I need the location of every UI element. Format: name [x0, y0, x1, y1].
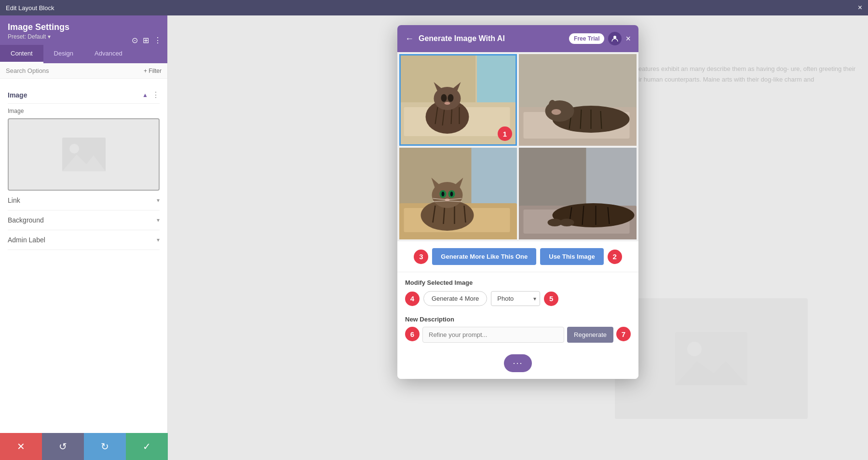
grid-image-3-container[interactable] — [399, 148, 517, 239]
modify-section: Modify Selected Image 4 Generate 4 More … — [397, 272, 638, 311]
svg-point-20 — [441, 94, 447, 102]
new-desc-row: 6 Regenerate 7 — [405, 327, 631, 343]
svg-point-22 — [445, 102, 450, 105]
background-section-arrow-icon: ▾ — [157, 217, 160, 223]
badge-7: 7 — [616, 327, 631, 341]
search-options-bar: Search Options + Filter — [0, 63, 167, 79]
user-avatar — [608, 32, 622, 45]
svg-point-6 — [613, 36, 616, 39]
background-section-title: Background — [8, 216, 44, 224]
background-section-header[interactable]: Background ▾ — [8, 216, 160, 224]
cat-image-2 — [519, 54, 637, 146]
top-bar-title: Edit Layout Block — [6, 4, 54, 12]
free-trial-badge[interactable]: Free Trial — [569, 33, 604, 44]
cat-image-4 — [519, 148, 637, 239]
search-options-text: Search Options — [6, 67, 144, 74]
svg-point-49 — [450, 192, 453, 196]
grid-image-2-container[interactable] — [519, 54, 637, 146]
link-section: Link ▾ — [8, 191, 160, 210]
svg-point-48 — [442, 192, 445, 196]
ai-modal-body: 1 — [397, 52, 638, 379]
svg-point-1 — [69, 144, 79, 153]
sidebar-header-icons: ⊙ ⊞ ⋮ — [132, 36, 162, 45]
grid-icon[interactable]: ⊞ — [143, 36, 149, 45]
sidebar-title: Image Settings — [8, 22, 160, 32]
admin-label-section-title: Admin Label — [8, 236, 45, 244]
new-desc-title: New Description — [405, 316, 631, 323]
badge-2: 2 — [608, 250, 622, 264]
ai-modal-title-row: ← Generate Image With AI — [405, 34, 505, 44]
new-description-section: New Description 6 Regenerate 7 — [397, 311, 638, 349]
redo-button[interactable]: ↻ — [84, 433, 126, 460]
ai-modal-close-button[interactable]: × — [625, 34, 631, 44]
style-select-wrapper: Photo Illustration Painting Sketch — [491, 291, 540, 306]
modify-title: Modify Selected Image — [405, 279, 631, 286]
badge-5: 5 — [544, 292, 558, 306]
ai-modal-header-right: Free Trial × — [569, 32, 631, 45]
ai-modal: ← Generate Image With AI Free Trial × — [397, 25, 638, 379]
generate-4-button[interactable]: Generate 4 More — [423, 291, 487, 306]
image-section-controls: ▲ ⋮ — [142, 90, 160, 99]
prompt-input[interactable] — [422, 327, 564, 343]
badge-6: 6 — [405, 327, 420, 341]
image-placeholder[interactable] — [8, 118, 160, 191]
style-select[interactable]: Photo Illustration Painting Sketch — [491, 291, 540, 306]
svg-point-33 — [552, 109, 561, 115]
admin-label-section-arrow-icon: ▾ — [157, 237, 160, 243]
filter-button[interactable]: + Filter — [144, 68, 162, 74]
admin-label-section: Admin Label ▾ — [8, 230, 160, 250]
grid-image-4-container[interactable] — [519, 148, 637, 239]
link-section-title: Link — [8, 196, 20, 204]
badge-1: 1 — [498, 126, 512, 141]
use-image-button[interactable]: Use This Image — [540, 248, 603, 265]
top-bar-close-button[interactable]: × — [858, 3, 862, 12]
badge-4: 4 — [405, 292, 420, 306]
main-content: from other feline companions. With remar… — [168, 15, 868, 460]
svg-point-21 — [448, 94, 454, 102]
ai-modal-header: ← Generate Image With AI Free Trial × — [397, 25, 638, 52]
cancel-button[interactable]: ✕ — [0, 433, 42, 460]
regenerate-button[interactable]: Regenerate — [567, 327, 613, 343]
confirm-button[interactable]: ✓ — [126, 433, 168, 460]
ai-modal-back-button[interactable]: ← — [405, 34, 414, 44]
tab-design[interactable]: Design — [43, 45, 84, 63]
ai-modal-title: Generate Image With AI — [419, 34, 505, 43]
link-section-arrow-icon: ▾ — [157, 197, 160, 204]
action-buttons-row: 3 Generate More Like This One Use This I… — [397, 241, 638, 272]
badge-3: 3 — [414, 250, 428, 264]
svg-point-65 — [560, 219, 574, 226]
generate-more-button[interactable]: Generate More Like This One — [432, 248, 536, 265]
bottom-toolbar: ✕ ↺ ↻ ✓ — [0, 433, 168, 460]
tab-content[interactable]: Content — [0, 45, 43, 63]
image-section-title: Image — [8, 91, 27, 99]
background-section: Background ▾ — [8, 210, 160, 230]
more-options-row: ··· — [397, 349, 638, 379]
link-section-header[interactable]: Link ▾ — [8, 196, 160, 204]
image-section-collapse-icon[interactable]: ▲ — [142, 92, 148, 98]
image-field-label: Image — [8, 108, 160, 114]
image-section-menu-icon[interactable]: ⋮ — [152, 90, 160, 99]
modal-overlay: ← Generate Image With AI Free Trial × — [168, 15, 868, 460]
cat-image-3 — [399, 148, 517, 239]
image-section-heading: Image ▲ ⋮ — [8, 84, 160, 104]
more-options-icon[interactable]: ⋮ — [154, 36, 162, 45]
sidebar: Image Settings Preset: Default ▾ ⊙ ⊞ ⋮ C… — [0, 15, 168, 460]
tab-advanced[interactable]: Advanced — [84, 45, 133, 63]
more-options-button[interactable]: ··· — [504, 354, 531, 372]
image-grid: 1 — [397, 52, 638, 241]
target-icon[interactable]: ⊙ — [132, 36, 138, 45]
sidebar-content: Image ▲ ⋮ Image Link ▾ Background — [0, 79, 167, 435]
admin-label-section-header[interactable]: Admin Label ▾ — [8, 236, 160, 244]
undo-button[interactable]: ↺ — [42, 433, 84, 460]
tabs: Content Design Advanced — [0, 45, 167, 63]
modify-controls: 4 Generate 4 More Photo Illustration Pai… — [405, 291, 631, 306]
top-bar: Edit Layout Block × — [0, 0, 868, 15]
grid-image-1-container[interactable]: 1 — [399, 54, 517, 146]
sidebar-header: Image Settings Preset: Default ▾ ⊙ ⊞ ⋮ — [0, 15, 167, 45]
